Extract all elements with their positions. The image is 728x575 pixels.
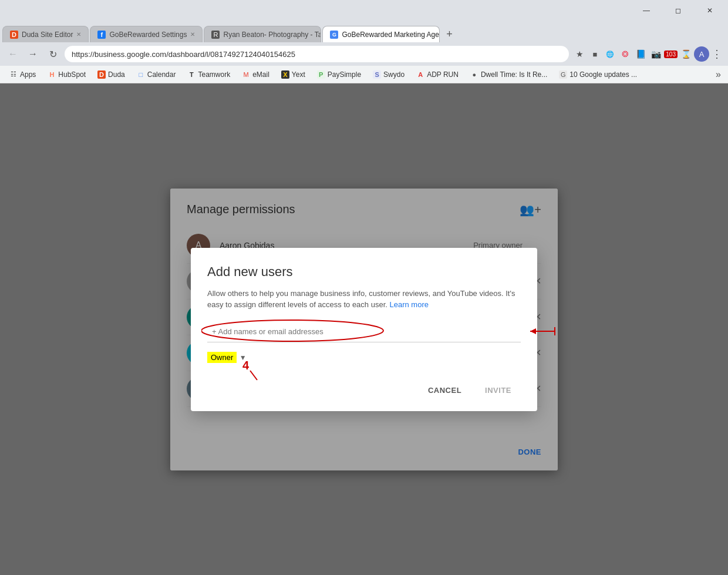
adprun-bk-icon: A	[416, 70, 424, 79]
tab-favicon-gobewarded: f	[97, 31, 106, 39]
calendar-bk-icon: □	[137, 70, 145, 79]
history-icon[interactable]: ⌛	[679, 47, 693, 61]
bookmark-teamwork[interactable]: T Teamwork	[183, 69, 235, 80]
bookmarks-bar: ☷ Apps H HubSpot D Duda □ Calendar T Tea…	[0, 66, 728, 83]
duda-bk-icon: D	[97, 70, 106, 79]
pocket-icon[interactable]: ❂	[618, 47, 632, 61]
translate-icon[interactable]: 🌐	[603, 47, 617, 61]
back-button[interactable]: ←	[5, 46, 21, 62]
teamwork-bk-icon: T	[187, 70, 196, 79]
bookmark-hubspot[interactable]: H HubSpot	[43, 69, 90, 80]
minimize-button[interactable]: —	[633, 0, 660, 21]
email-input[interactable]	[207, 321, 521, 342]
page-content: Manage permissions 👥+ A Aaron Gobidas Pr…	[0, 83, 728, 575]
bookmark-hubspot-label: HubSpot	[58, 70, 86, 79]
tab-label-gobewarded: GoBeRewarded Settings	[109, 31, 187, 39]
paysimple-bk-icon: P	[317, 70, 325, 79]
close-button[interactable]: ✕	[696, 0, 723, 21]
window-controls: — ◻ ✕	[633, 0, 723, 21]
bookmark-google-updates[interactable]: G 10 Google updates ...	[554, 69, 642, 80]
email-bk-icon: M	[242, 70, 250, 79]
bookmark-duda[interactable]: D Duda	[93, 69, 130, 80]
tab-favicon-marketing: G	[330, 31, 338, 39]
reading-icon[interactable]: 📘	[633, 47, 648, 61]
tab-label-duda: Duda Site Editor	[22, 31, 73, 39]
tab-bar: D Duda Site Editor ✕ f GoBeRewarded Sett…	[0, 21, 728, 42]
bookmark-apps-label: Apps	[20, 70, 36, 79]
more-bookmarks-button[interactable]: »	[713, 69, 723, 80]
dwelltime-bk-icon: ●	[470, 70, 478, 79]
menu-icon[interactable]: ⋮	[710, 46, 723, 62]
badge-icon[interactable]: 103	[664, 51, 678, 58]
owner-dropdown-container: Owner ▼ 4	[207, 352, 521, 362]
email-field-container	[207, 321, 521, 342]
manage-permissions-panel: Manage permissions 👥+ A Aaron Gobidas Pr…	[170, 189, 558, 470]
bookmark-yext-label: Yext	[292, 70, 305, 79]
bookmark-paysimple[interactable]: P PaySimple	[312, 69, 366, 80]
dialog-desc-text: Allow others to help you manage business…	[207, 289, 515, 310]
browser-chrome: — ◻ ✕ D Duda Site Editor ✕ f GoBeRewarde…	[0, 0, 728, 83]
profile-icon[interactable]: A	[694, 46, 709, 62]
tab-label-marketing: GoBeRewarded Marketing Agen...	[342, 31, 440, 39]
swydo-bk-icon: S	[373, 70, 381, 79]
dialog-description: Allow others to help you manage business…	[207, 288, 521, 311]
bookmark-teamwork-label: Teamwork	[198, 70, 230, 79]
hubspot-bk-icon: H	[48, 70, 56, 79]
tab-duda-site-editor[interactable]: D Duda Site Editor ✕	[2, 26, 89, 42]
new-tab-button[interactable]: +	[441, 26, 457, 42]
apps-bk-icon: ☷	[9, 70, 18, 79]
toolbar-icons: ★ ■ 🌐 ❂ 📘 📷 103 ⌛ A ⋮	[572, 46, 723, 62]
address-input[interactable]	[65, 46, 569, 62]
tab-label-ryan: Ryan Beaton- Photography - Tas...	[223, 31, 321, 39]
bookmark-adprun-label: ADP RUN	[427, 70, 459, 79]
bookmark-apps[interactable]: ☷ Apps	[5, 69, 41, 80]
bookmark-yext[interactable]: X Yext	[277, 69, 310, 80]
bookmark-email[interactable]: M eMail	[237, 69, 274, 80]
bookmark-google-updates-label: 10 Google updates ...	[569, 70, 637, 79]
dialog-overlay: Add new users Allow others to help you m…	[170, 189, 558, 470]
tab-close-gobewarded[interactable]: ✕	[190, 31, 195, 38]
bookmark-calendar[interactable]: □ Calendar	[132, 69, 181, 80]
tab-ryan-beaton[interactable]: R Ryan Beaton- Photography - Tas... ✕	[204, 26, 321, 42]
annotation-arrow-svg	[525, 322, 561, 340]
cancel-button[interactable]: CANCEL	[419, 381, 471, 399]
bookmark-dwelltime-label: Dwell Time: Is It Re...	[481, 70, 547, 79]
svg-marker-2	[530, 328, 536, 334]
extensions-icon[interactable]: ■	[588, 47, 602, 61]
tab-gobewarded-marketing[interactable]: G GoBeRewarded Marketing Agen... ✕	[322, 26, 440, 42]
tab-favicon-ryan: R	[211, 31, 220, 39]
owner-label: Owner	[207, 352, 237, 363]
screenshot-icon[interactable]: 📷	[649, 47, 663, 61]
tab-gobewarded-settings[interactable]: f GoBeRewarded Settings ✕	[90, 26, 203, 42]
bookmark-duda-label: Duda	[108, 70, 125, 79]
bookmark-calendar-label: Calendar	[147, 70, 176, 79]
maximize-button[interactable]: ◻	[665, 0, 692, 21]
owner-chevron-icon[interactable]: ▼	[240, 354, 247, 362]
yext-bk-icon: X	[281, 70, 289, 79]
invite-button[interactable]: INVITE	[476, 381, 521, 399]
bookmark-email-label: eMail	[252, 70, 269, 79]
dialog-title: Add new users	[207, 264, 521, 280]
bookmark-swydo-label: Swydo	[383, 70, 405, 79]
address-bar: ← → ↻ ★ ■ 🌐 ❂ 📘 📷 103 ⌛ A ⋮	[0, 42, 728, 66]
bookmark-swydo[interactable]: S Swydo	[368, 69, 409, 80]
forward-button[interactable]: →	[25, 46, 41, 62]
bookmark-dwelltime[interactable]: ● Dwell Time: Is It Re...	[466, 69, 552, 80]
bookmark-paysimple-label: PaySimple	[328, 70, 361, 79]
googleupdates-bk-icon: G	[559, 70, 567, 79]
learn-more-link[interactable]: Learn more	[390, 300, 429, 309]
tab-close-duda[interactable]: ✕	[76, 31, 81, 38]
tab-favicon-duda: D	[10, 31, 18, 39]
reload-button[interactable]: ↻	[45, 46, 61, 62]
bookmark-star-icon[interactable]: ★	[572, 47, 587, 61]
title-bar: — ◻ ✕	[0, 0, 728, 21]
bookmark-adprun[interactable]: A ADP RUN	[412, 69, 463, 80]
dialog-actions: CANCEL INVITE	[207, 376, 521, 399]
add-users-dialog: Add new users Allow others to help you m…	[191, 248, 537, 411]
